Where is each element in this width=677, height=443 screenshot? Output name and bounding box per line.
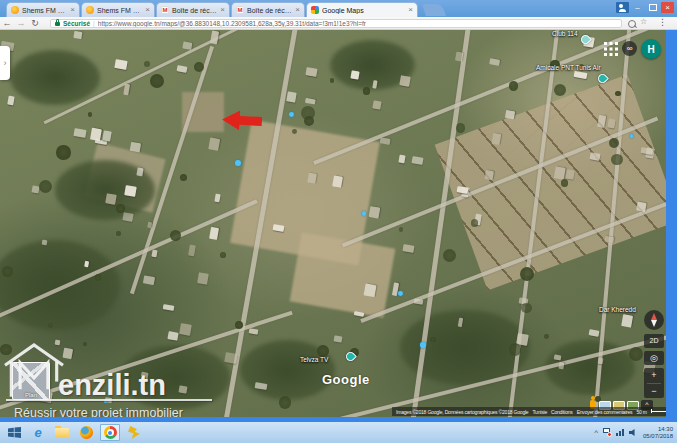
building: [484, 170, 494, 180]
building: [558, 361, 564, 369]
tab-title: Shems FM Live : Actualit: [22, 7, 67, 14]
hidden-icons-chevron[interactable]: ^: [594, 429, 598, 437]
building: [214, 193, 221, 202]
building: [573, 71, 587, 79]
tree: [48, 323, 53, 328]
tab-shems-2[interactable]: Shems FM Live : Actualit ×: [81, 2, 155, 17]
maximize-button[interactable]: [646, 2, 659, 13]
gmail-favicon: M: [236, 6, 244, 14]
tree: [520, 267, 534, 281]
building: [305, 97, 316, 104]
tab-title: Boîte de réception (3) -: [172, 7, 217, 14]
building: [179, 323, 192, 335]
chrome-icon-active[interactable]: [100, 424, 120, 441]
browser-titlebar: Shems FM Live : Actualit × Shems FM Live…: [0, 0, 677, 17]
2d-toggle-button[interactable]: 2D: [644, 334, 664, 348]
building: [505, 110, 515, 120]
compass-control[interactable]: [644, 310, 664, 330]
menzili-watermark: enzili.tn Réussir votre projet immobilie…: [2, 340, 216, 417]
map-viewport[interactable]: › ∞ H Club 114 Amicale PNT Tunis Air Tel…: [0, 30, 666, 417]
tree: [443, 249, 456, 262]
tree: [279, 396, 292, 409]
tab-gmail-2[interactable]: M Boîte de réception (3) - ×: [231, 2, 305, 17]
tab-close-icon[interactable]: ×: [220, 6, 225, 14]
back-button[interactable]: ←: [0, 18, 14, 28]
terms-link[interactable]: Conditions: [551, 409, 573, 415]
zoom-in-button[interactable]: +: [644, 368, 664, 383]
building: [286, 91, 296, 102]
building: [210, 30, 219, 44]
minimize-button[interactable]: –: [631, 2, 644, 13]
file-explorer-icon[interactable]: [52, 424, 72, 441]
account-avatar[interactable]: H: [641, 39, 661, 59]
tree: [561, 179, 569, 187]
place-label-club: Club 114: [552, 30, 578, 37]
tree: [95, 274, 102, 281]
tab-title: Google Maps: [322, 7, 405, 14]
tab-gmail-1[interactable]: M Boîte de réception (3) - ×: [156, 2, 230, 17]
tab-close-icon[interactable]: ×: [295, 6, 300, 14]
action-center-flag-icon[interactable]: [603, 428, 611, 437]
my-location-button[interactable]: ◎: [644, 351, 664, 365]
tree: [39, 180, 52, 193]
firefox-icon[interactable]: [76, 424, 96, 441]
volume-icon[interactable]: [629, 429, 638, 437]
gmail-favicon: M: [161, 6, 169, 14]
close-button[interactable]: ×: [661, 2, 674, 13]
tree: [150, 74, 164, 88]
vegetation: [0, 240, 120, 330]
profile-button[interactable]: [616, 2, 629, 13]
tab-close-icon[interactable]: ×: [408, 6, 413, 14]
side-panel-expand-handle[interactable]: ›: [0, 46, 10, 80]
compass-needle-north: [651, 313, 657, 320]
building: [332, 175, 343, 188]
network-icon[interactable]: [616, 429, 624, 436]
tab-shems-1[interactable]: Shems FM Live : Actualit ×: [6, 2, 80, 17]
building: [636, 202, 647, 213]
building: [225, 352, 238, 363]
building: [197, 272, 209, 284]
new-tab-button[interactable]: [422, 4, 446, 16]
building: [588, 329, 599, 337]
building: [372, 100, 381, 109]
building: [553, 166, 565, 179]
pool: [398, 291, 403, 296]
building: [411, 156, 423, 165]
building: [7, 96, 14, 106]
forward-button[interactable]: →: [14, 18, 28, 28]
walled-lots-grid: [435, 75, 666, 291]
building: [457, 186, 469, 194]
building: [188, 244, 196, 255]
address-bar[interactable]: Sécurisé | https://www.google.tn/maps/@3…: [50, 19, 622, 28]
tab-google-maps-active[interactable]: Google Maps ×: [306, 2, 418, 17]
url-separator: |: [93, 20, 95, 27]
explore-icon[interactable]: ∞: [622, 41, 637, 56]
map-attribution-bar: Images ©2018 Google, Données cartographi…: [392, 407, 666, 416]
browser-menu-icon[interactable]: ⋮: [658, 17, 667, 27]
building: [364, 283, 377, 296]
watermark-brand: enzili.tn: [58, 372, 166, 398]
feedback-link[interactable]: Envoyer des commentaires: [577, 409, 633, 415]
internet-explorer-icon[interactable]: e: [28, 424, 48, 441]
bookmark-star-icon[interactable]: ☆: [640, 17, 647, 26]
reload-button[interactable]: ↻: [28, 18, 42, 28]
windows-taskbar: e ^ 14:30 05/07/2018: [0, 422, 677, 443]
tree: [330, 78, 334, 82]
compass-needle-south: [651, 320, 657, 327]
tab-close-icon[interactable]: ×: [145, 6, 150, 14]
pool: [235, 160, 241, 166]
app-icon[interactable]: [124, 424, 144, 441]
building: [369, 205, 381, 218]
building: [380, 137, 391, 145]
shems-favicon: [11, 6, 19, 14]
start-button[interactable]: [4, 424, 24, 441]
clock-time: 14:30: [643, 426, 673, 433]
tab-close-icon[interactable]: ×: [70, 6, 75, 14]
building: [399, 75, 411, 87]
building: [210, 226, 220, 240]
taskbar-clock[interactable]: 14:30 05/07/2018: [643, 426, 673, 440]
attribution-region: Tunisie: [532, 409, 547, 415]
apps-grid-icon[interactable]: [604, 42, 618, 56]
zoom-indicator-icon[interactable]: [628, 20, 636, 28]
tab-title: Boîte de réception (3) -: [247, 7, 292, 14]
